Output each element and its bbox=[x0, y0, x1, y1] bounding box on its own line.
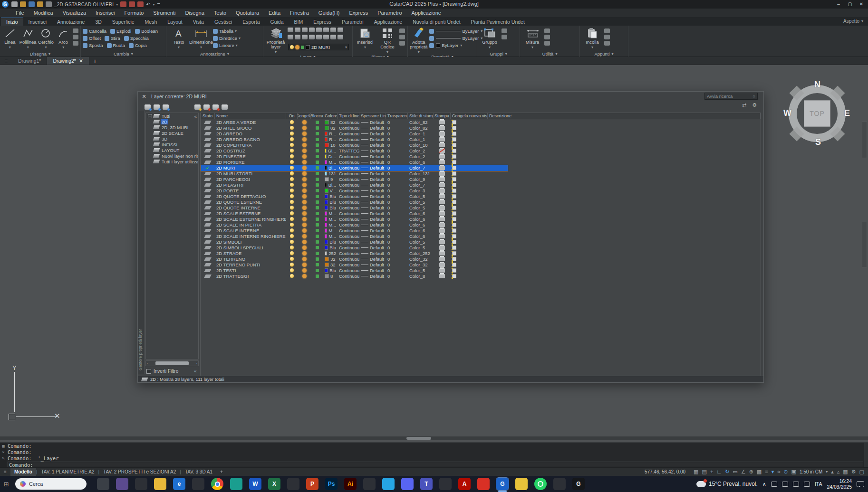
tree-item-infissi[interactable]: INFISSI bbox=[152, 142, 198, 147]
layer-vpfreeze-cell[interactable] bbox=[451, 159, 488, 165]
button-cancella[interactable]: Cancella bbox=[83, 28, 106, 34]
layer-lineweight-cell[interactable]: Default bbox=[359, 176, 386, 182]
new-property-filter-icon[interactable] bbox=[154, 104, 160, 110]
layer-row-2d-porte[interactable]: 2D PORTEV...ContinuousDefault0Color_3 bbox=[201, 188, 761, 193]
column-header-descrizione[interactable]: Descrizione bbox=[488, 113, 761, 119]
layer-freeze-cell[interactable] bbox=[298, 222, 311, 227]
layout-tab-tav-1-planimetrie-a2[interactable]: TAV. 1 PLANIMETRIE A2 bbox=[37, 468, 98, 476]
menu-finestra[interactable]: Finestra bbox=[286, 9, 313, 17]
layer-table-header[interactable]: StatoNomeOnCongelaBloccaColoreTipo di li… bbox=[201, 113, 761, 119]
sun-icon[interactable] bbox=[302, 268, 307, 273]
layer-on-cell[interactable] bbox=[286, 222, 298, 227]
layer-description-cell[interactable] bbox=[488, 131, 761, 136]
layer-freeze-cell[interactable] bbox=[298, 205, 311, 210]
drawing-canvas[interactable]: TOP N W E S Y ✕ ✕ Layer corrente: 2D MUR… bbox=[0, 65, 868, 442]
bulb-icon[interactable] bbox=[290, 274, 294, 278]
layer-lineweight-cell[interactable]: Default bbox=[359, 216, 386, 222]
taskbar-app-photoshop[interactable]: Ps bbox=[325, 478, 338, 490]
vp-freeze-icon[interactable] bbox=[452, 234, 456, 238]
layer-freeze-cell[interactable] bbox=[298, 267, 311, 273]
add-layout-button[interactable]: + bbox=[216, 468, 227, 476]
vp-freeze-icon[interactable] bbox=[452, 211, 456, 216]
tree-expand-icon[interactable]: − bbox=[148, 114, 152, 118]
sun-icon[interactable] bbox=[302, 143, 307, 147]
layer-lock-cell[interactable] bbox=[311, 170, 323, 176]
chevron-down-icon[interactable]: ▾ bbox=[235, 29, 237, 33]
taskbar-app-3[interactable] bbox=[230, 478, 242, 490]
lineweight-icon[interactable]: ≡ bbox=[765, 469, 768, 475]
chevron-down-icon[interactable]: ▾ bbox=[62, 45, 64, 49]
menu-applicazione[interactable]: Applicazione bbox=[407, 9, 445, 17]
layer-lock-cell[interactable] bbox=[311, 262, 323, 267]
layer-vpfreeze-cell[interactable] bbox=[451, 188, 488, 193]
printer-icon[interactable] bbox=[439, 171, 445, 176]
annotation-scale[interactable]: 1:50 in CM bbox=[800, 469, 822, 474]
layer-transparency-cell[interactable]: 0 bbox=[386, 210, 408, 216]
layer-state-icon[interactable] bbox=[316, 28, 322, 32]
layer-plot-cell[interactable] bbox=[434, 176, 451, 182]
layer-on-cell[interactable] bbox=[286, 239, 298, 245]
printer-icon[interactable] bbox=[439, 166, 445, 170]
layer-linetype-cell[interactable]: Continuous bbox=[338, 193, 359, 199]
layer-plot-cell[interactable] bbox=[434, 262, 451, 267]
layer-on-cell[interactable] bbox=[286, 205, 298, 210]
close-button[interactable]: ✕ bbox=[856, 0, 867, 8]
layer-description-cell[interactable] bbox=[488, 170, 761, 176]
layer-color-cell[interactable]: Bi... bbox=[323, 182, 338, 188]
table-icon[interactable]: ▦ bbox=[843, 469, 848, 475]
bulb-icon[interactable] bbox=[290, 132, 294, 135]
ribbon-tab-inserisci[interactable]: Inserisci bbox=[23, 18, 52, 26]
layer-vpfreeze-cell[interactable] bbox=[451, 148, 488, 153]
taskbar-app-powerpoint[interactable]: P bbox=[306, 478, 318, 490]
workspace-icon[interactable]: ▵ bbox=[837, 469, 840, 475]
chevron-down-icon[interactable]: ▾ bbox=[200, 45, 202, 49]
layer-description-cell[interactable] bbox=[488, 267, 761, 273]
minimize-button[interactable]: – bbox=[833, 0, 844, 8]
doc-tab-menu-icon[interactable]: ≡ bbox=[0, 57, 12, 65]
layer-lineweight-cell[interactable]: Default bbox=[359, 136, 386, 142]
layer-color-cell[interactable]: 32 bbox=[323, 262, 338, 267]
column-header-trasparenza[interactable]: Trasparenza bbox=[386, 113, 408, 119]
button-stira[interactable]: Stira bbox=[105, 35, 120, 41]
refresh-icon[interactable]: ⇄ bbox=[742, 102, 746, 108]
layer-on-cell[interactable] bbox=[286, 245, 298, 250]
panel-label-cambia[interactable]: Cambia▾ bbox=[81, 51, 166, 57]
layer-lock-cell[interactable] bbox=[311, 119, 323, 125]
taskbar-app-11[interactable]: G bbox=[572, 478, 585, 490]
sun-icon[interactable] bbox=[302, 217, 307, 221]
taskbar-app-4[interactable] bbox=[287, 478, 299, 490]
layer-lineweight-cell[interactable]: Default bbox=[359, 159, 386, 165]
layer-state-icon[interactable] bbox=[316, 35, 322, 39]
column-header-colore[interactable]: Colore bbox=[323, 113, 338, 119]
new-layer-icon[interactable] bbox=[194, 104, 201, 110]
layer-lock-cell[interactable] bbox=[311, 222, 323, 227]
layer-row-2d-quote-interne[interactable]: 2D QUOTE INTERNEBluContinuousDefault0Col… bbox=[201, 205, 761, 210]
layer-freeze-cell[interactable] bbox=[298, 119, 311, 125]
taskbar-app-8[interactable] bbox=[477, 478, 490, 490]
button-lineare[interactable]: Lineare▾ bbox=[213, 42, 238, 48]
unlock-icon[interactable] bbox=[316, 143, 319, 147]
layer-vpfreeze-cell[interactable] bbox=[451, 193, 488, 199]
layer-plot-cell[interactable] bbox=[434, 216, 451, 222]
viewcube-south[interactable]: S bbox=[815, 137, 821, 147]
layer-transparency-cell[interactable]: 0 bbox=[386, 119, 408, 125]
layer-transparency-cell[interactable]: 0 bbox=[386, 227, 408, 233]
bulb-icon[interactable] bbox=[290, 143, 294, 147]
menu-disegna[interactable]: Disegna bbox=[181, 9, 208, 17]
layer-on-cell[interactable] bbox=[286, 125, 298, 131]
unlock-icon[interactable] bbox=[316, 195, 319, 198]
layer-transparency-cell[interactable]: 0 bbox=[386, 188, 408, 193]
column-header-on[interactable]: On bbox=[286, 113, 298, 119]
unlock-icon[interactable] bbox=[316, 189, 319, 192]
taskbar-app-edge[interactable]: e bbox=[173, 478, 185, 490]
chevron-down-icon[interactable]: ▾ bbox=[45, 45, 47, 49]
button-misura[interactable]: Misura▾ bbox=[522, 27, 543, 49]
layer-transparency-cell[interactable]: 0 bbox=[386, 159, 408, 165]
layer-color-cell[interactable]: 252 bbox=[323, 250, 338, 256]
layer-transparency-cell[interactable]: 0 bbox=[386, 176, 408, 182]
current-layer-dropdown[interactable]: 2D MURI▾ bbox=[288, 44, 349, 50]
chevron-down-icon[interactable]: ▾ bbox=[275, 50, 277, 54]
printer-icon[interactable] bbox=[439, 183, 445, 187]
unlock-icon[interactable] bbox=[316, 246, 319, 249]
vp-freeze-icon[interactable] bbox=[452, 257, 456, 261]
